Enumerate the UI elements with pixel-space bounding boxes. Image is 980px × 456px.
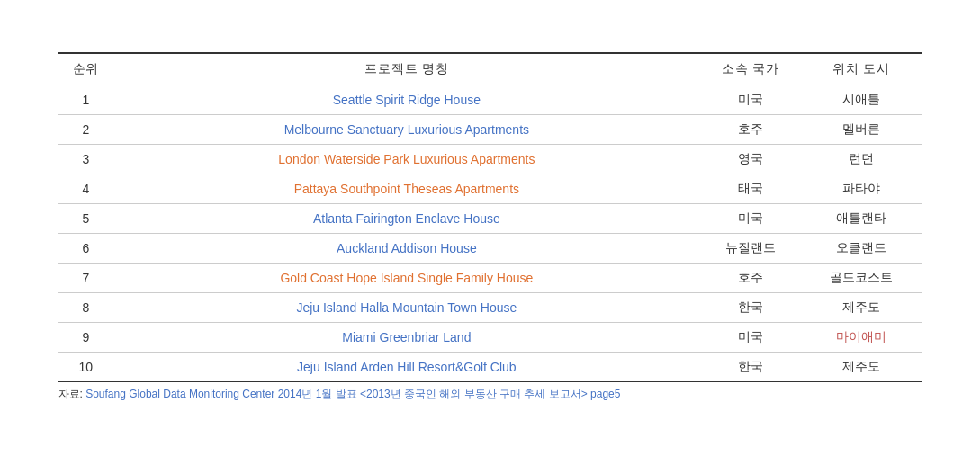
cell-city: 시애틀 — [801, 85, 922, 115]
header-name: 프로젝트 명칭 — [113, 53, 699, 85]
cell-rank: 9 — [58, 323, 114, 353]
cell-city: 멜버른 — [801, 115, 922, 145]
cell-city: 파타야 — [801, 174, 922, 204]
cell-city: 런던 — [801, 145, 922, 174]
table-header-row: 순위 프로젝트 명칭 소속 국가 위치 도시 — [58, 53, 922, 85]
table-row: 2Melbourne Sanctuary Luxurious Apartment… — [58, 115, 922, 145]
cell-rank: 1 — [58, 85, 114, 115]
cell-project-name: Auckland Addison House — [113, 234, 699, 264]
cell-city: 제주도 — [801, 293, 922, 323]
header-country: 소속 국가 — [699, 53, 800, 85]
table-row: 5Atlanta Fairington Enclave House미국애틀랜타 — [58, 204, 922, 234]
cell-rank: 5 — [58, 204, 114, 234]
cell-city: 골드코스트 — [801, 264, 922, 293]
cell-city: 애틀랜타 — [801, 204, 922, 234]
cell-rank: 6 — [58, 234, 114, 264]
table-row: 3London Waterside Park Luxurious Apartme… — [58, 145, 922, 174]
cell-rank: 4 — [58, 174, 114, 204]
ranking-table: 순위 프로젝트 명칭 소속 국가 위치 도시 1Seattle Spirit R… — [58, 52, 922, 382]
cell-country: 미국 — [699, 323, 800, 353]
cell-rank: 10 — [58, 353, 114, 382]
cell-country: 뉴질랜드 — [699, 234, 800, 264]
cell-project-name: Seattle Spirit Ridge House — [113, 85, 699, 115]
cell-rank: 7 — [58, 264, 114, 293]
cell-project-name: Jeju Island Halla Mountain Town House — [113, 293, 699, 323]
cell-project-name: Pattaya Southpoint Theseas Apartments — [113, 174, 699, 204]
table-row: 9Miami Greenbriar Land미국마이애미 — [58, 323, 922, 353]
cell-country: 호주 — [699, 264, 800, 293]
table-row: 8Jeju Island Halla Mountain Town House한국… — [58, 293, 922, 323]
cell-project-name: Melbourne Sanctuary Luxurious Apartments — [113, 115, 699, 145]
table-row: 4Pattaya Southpoint Theseas Apartments태국… — [58, 174, 922, 204]
cell-country: 태국 — [699, 174, 800, 204]
cell-project-name: Jeju Island Arden Hill Resort&Golf Club — [113, 353, 699, 382]
main-container: 순위 프로젝트 명칭 소속 국가 위치 도시 1Seattle Spirit R… — [58, 52, 922, 403]
footnote-prefix: 자료: — [58, 388, 86, 400]
table-row: 1Seattle Spirit Ridge House미국시애틀 — [58, 85, 922, 115]
cell-country: 호주 — [699, 115, 800, 145]
footnote-source: Soufang Global Data Monitoring Center 20… — [85, 388, 620, 400]
header-city: 위치 도시 — [801, 53, 922, 85]
cell-country: 미국 — [699, 204, 800, 234]
footnote: 자료: Soufang Global Data Monitoring Cente… — [58, 386, 922, 403]
cell-city: 마이애미 — [801, 323, 922, 353]
cell-country: 미국 — [699, 85, 800, 115]
cell-country: 영국 — [699, 145, 800, 174]
header-rank: 순위 — [58, 53, 114, 85]
table-row: 10Jeju Island Arden Hill Resort&Golf Clu… — [58, 353, 922, 382]
table-row: 7Gold Coast Hope Island Single Family Ho… — [58, 264, 922, 293]
cell-rank: 2 — [58, 115, 114, 145]
cell-country: 한국 — [699, 293, 800, 323]
cell-project-name: London Waterside Park Luxurious Apartmen… — [113, 145, 699, 174]
cell-city: 오클랜드 — [801, 234, 922, 264]
cell-city: 제주도 — [801, 353, 922, 382]
cell-project-name: Atlanta Fairington Enclave House — [113, 204, 699, 234]
cell-rank: 3 — [58, 145, 114, 174]
cell-rank: 8 — [58, 293, 114, 323]
cell-country: 한국 — [699, 353, 800, 382]
cell-project-name: Gold Coast Hope Island Single Family Hou… — [113, 264, 699, 293]
table-row: 6Auckland Addison House뉴질랜드오클랜드 — [58, 234, 922, 264]
cell-project-name: Miami Greenbriar Land — [113, 323, 699, 353]
